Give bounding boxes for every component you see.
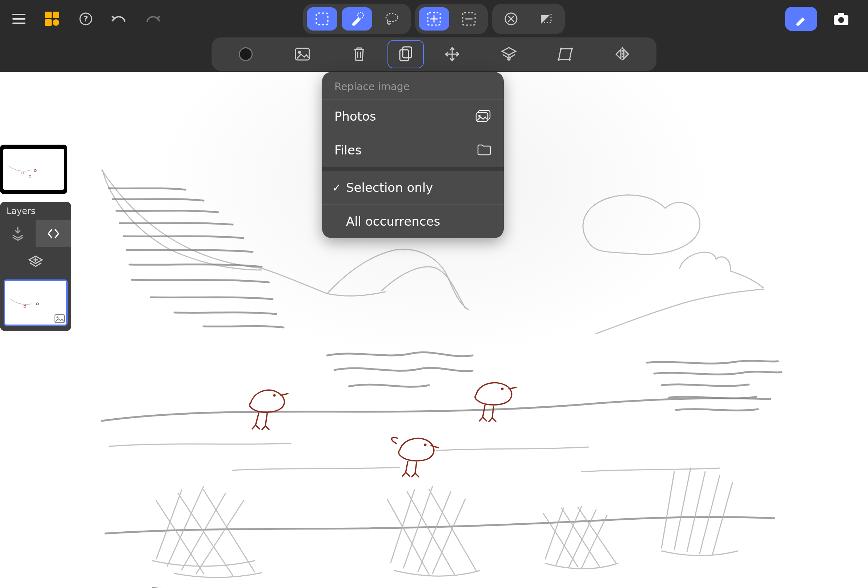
svg-point-16	[838, 17, 844, 23]
layer-order-button[interactable]	[481, 40, 537, 68]
lasso-select-icon	[384, 12, 400, 26]
add-to-selection-button[interactable]	[419, 7, 449, 31]
svg-point-2	[501, 388, 504, 390]
svg-rect-8	[316, 13, 328, 25]
svg-point-21	[560, 48, 562, 50]
page-thumbnail[interactable]	[0, 144, 67, 194]
svg-point-9	[358, 12, 363, 18]
svg-rect-4	[12, 18, 25, 20]
dropdown-header: Replace image	[322, 72, 504, 100]
brand-icon	[45, 12, 60, 26]
brush-select-icon	[349, 11, 365, 27]
svg-text:?: ?	[84, 14, 88, 23]
code-brackets-icon	[47, 228, 60, 239]
dropdown-item-label: Selection only	[346, 180, 433, 195]
context-toolbar	[211, 37, 657, 71]
dropdown-item-selection-only[interactable]: ✓ Selection only	[322, 171, 504, 205]
add-layer-icon	[28, 255, 44, 269]
folder-icon	[477, 144, 492, 156]
hamburger-menu-button[interactable]	[11, 11, 27, 27]
move-button[interactable]	[424, 40, 481, 68]
page-thumbnail-preview	[3, 149, 63, 190]
svg-rect-3	[12, 14, 25, 15]
merge-down-icon	[11, 226, 24, 241]
svg-point-31	[57, 317, 59, 318]
color-circle-button[interactable]	[217, 40, 274, 68]
image-button[interactable]	[274, 40, 331, 68]
trash-icon	[353, 47, 366, 62]
selection-mode-toolbar	[303, 4, 565, 34]
redo-icon	[145, 14, 160, 24]
clear-selection-button[interactable]	[496, 7, 526, 31]
rectangle-select-icon	[315, 12, 329, 26]
dropdown-item-label: All occurrences	[346, 214, 440, 228]
image-badge-icon	[55, 314, 65, 323]
brush-select-button[interactable]	[342, 7, 372, 31]
svg-rect-19	[400, 50, 409, 61]
invert-selection-icon	[539, 12, 553, 26]
image-icon	[295, 48, 310, 61]
check-icon: ✓	[329, 181, 344, 194]
undo-button[interactable]	[111, 11, 127, 27]
svg-point-10	[386, 13, 398, 21]
top-right-group	[785, 0, 857, 37]
top-toolbar: ?	[0, 0, 868, 37]
hamburger-icon	[12, 14, 25, 24]
layers-tabs	[0, 220, 71, 248]
svg-rect-15	[838, 13, 844, 16]
subtract-from-selection-button[interactable]	[454, 7, 484, 31]
dropdown-separator	[322, 167, 504, 171]
svg-point-24	[558, 59, 560, 61]
camera-icon	[833, 12, 849, 26]
layers-tab-merge[interactable]	[0, 220, 35, 247]
rectangle-select-button[interactable]	[307, 7, 337, 31]
camera-button[interactable]	[825, 7, 857, 31]
copy-button[interactable]	[387, 40, 424, 68]
help-icon: ?	[79, 12, 93, 26]
dropdown-item-photos[interactable]: Photos	[322, 100, 504, 133]
replace-image-dropdown: Replace image Photos Files ✓ Selection o…	[322, 72, 504, 238]
svg-point-27	[29, 175, 31, 177]
lasso-select-button[interactable]	[376, 7, 407, 31]
layers-title: Layers	[0, 202, 71, 220]
transform-skew-icon	[557, 47, 574, 62]
svg-rect-30	[55, 315, 64, 323]
layer-item-selected[interactable]	[4, 280, 68, 326]
photos-stack-icon	[475, 110, 492, 123]
help-button[interactable]: ?	[78, 11, 94, 27]
svg-point-0	[273, 394, 276, 397]
transform-button[interactable]	[537, 40, 594, 68]
svg-rect-20	[403, 47, 412, 58]
redo-button[interactable]	[145, 11, 161, 27]
selection-shape-group	[303, 4, 411, 34]
add-layer-button[interactable]	[0, 248, 71, 277]
svg-point-25	[22, 172, 24, 174]
layers-tab-code[interactable]	[35, 220, 71, 247]
selection-mode-group	[415, 4, 488, 34]
svg-point-1	[424, 444, 427, 446]
delete-button[interactable]	[331, 40, 387, 68]
svg-point-26	[34, 169, 36, 171]
dropdown-item-all-occurrences[interactable]: ✓ All occurrences	[322, 205, 504, 238]
brush-icon	[794, 12, 808, 26]
invert-selection-button[interactable]	[531, 7, 561, 31]
close-circle-icon	[504, 12, 518, 26]
svg-point-29	[36, 303, 38, 305]
svg-point-23	[568, 59, 571, 61]
brush-tool-button[interactable]	[785, 7, 817, 31]
add-selection-icon	[427, 11, 441, 27]
dropdown-item-files[interactable]: Files	[322, 133, 504, 167]
thumbnail-sketch-icon	[3, 149, 63, 190]
dropdown-item-label: Photos	[334, 109, 376, 124]
app-brand-button[interactable]	[44, 11, 61, 27]
svg-rect-5	[12, 22, 25, 24]
context-toolbar-wrap	[0, 37, 868, 72]
svg-point-28	[24, 305, 26, 308]
top-left-group: ?	[11, 11, 161, 27]
svg-point-34	[478, 115, 481, 117]
svg-point-22	[571, 48, 573, 50]
layers-panel: Layers	[0, 202, 71, 331]
dropdown-item-label: Files	[334, 143, 362, 157]
move-icon	[444, 46, 460, 62]
flip-button[interactable]	[594, 40, 651, 68]
